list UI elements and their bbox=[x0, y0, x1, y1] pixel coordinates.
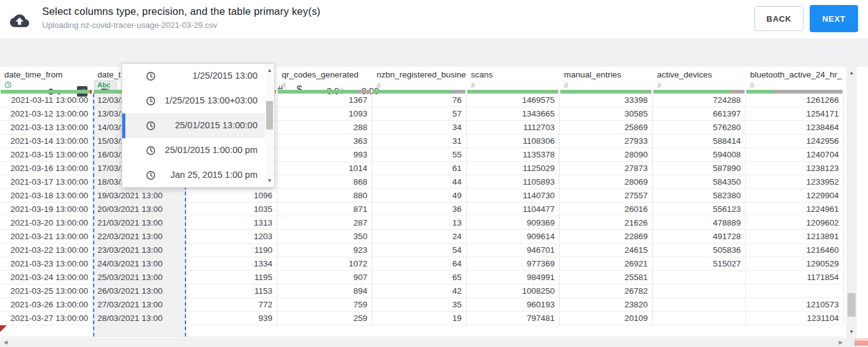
back-button[interactable]: BACK bbox=[754, 6, 803, 31]
table-cell[interactable]: 65 bbox=[372, 271, 467, 284]
horizontal-scrollbar[interactable]: ◀ ▶ bbox=[0, 338, 868, 347]
table-cell[interactable]: 34 bbox=[372, 121, 467, 134]
table-cell[interactable]: 2021-03-27 13:00:00 bbox=[0, 312, 93, 325]
table-cell[interactable]: 1190 bbox=[186, 244, 277, 257]
table-cell[interactable]: 1195 bbox=[186, 271, 277, 284]
table-cell[interactable]: 977369 bbox=[467, 257, 560, 271]
table-cell[interactable]: 2021-03-23 13:00:00 bbox=[0, 257, 93, 271]
table-cell[interactable]: 2021-03-13 13:00:00 bbox=[0, 121, 93, 134]
table-cell[interactable]: 1469575 bbox=[467, 94, 560, 107]
table-cell[interactable]: 21/03/2021 13:00 bbox=[93, 216, 186, 230]
table-cell[interactable]: 287 bbox=[277, 216, 372, 230]
table-cell[interactable]: 724288 bbox=[653, 94, 746, 107]
scroll-down-icon[interactable]: ▼ bbox=[846, 329, 857, 335]
table-cell[interactable]: 1096 bbox=[186, 189, 277, 203]
table-cell[interactable]: 1209602 bbox=[746, 216, 844, 230]
table-cell[interactable]: 661397 bbox=[653, 107, 746, 121]
table-cell[interactable]: 1171854 bbox=[746, 271, 844, 284]
table-cell[interactable]: 28069 bbox=[560, 175, 653, 189]
table-cell[interactable]: 1229904 bbox=[746, 189, 844, 203]
table-cell[interactable]: 1210573 bbox=[746, 298, 844, 312]
table-cell[interactable]: 2021-03-14 13:00:00 bbox=[0, 134, 93, 148]
table-cell[interactable]: 2021-03-25 13:00:00 bbox=[0, 284, 93, 298]
scroll-up-icon[interactable]: ▲ bbox=[846, 70, 857, 76]
table-cell[interactable]: 556123 bbox=[653, 203, 746, 216]
table-cell[interactable]: 1334 bbox=[186, 257, 277, 271]
table-cell[interactable]: 363 bbox=[277, 134, 372, 148]
table-cell[interactable]: 1135378 bbox=[467, 148, 560, 162]
table-cell[interactable]: 350 bbox=[277, 230, 372, 244]
table-cell[interactable]: 1104477 bbox=[467, 203, 560, 216]
table-cell[interactable]: 26016 bbox=[560, 203, 653, 216]
column-header-nzbn_registered_busine[interactable]: nzbn_registered_busine# bbox=[372, 67, 467, 94]
table-cell[interactable]: 25869 bbox=[560, 121, 653, 134]
table-cell[interactable]: 22869 bbox=[560, 230, 653, 244]
column-header-active_devices[interactable]: active_devices# bbox=[653, 67, 746, 94]
table-cell[interactable]: 1014 bbox=[277, 162, 372, 175]
table-cell[interactable]: 19 bbox=[372, 312, 467, 325]
table-cell[interactable]: 2021-03-26 13:00:00 bbox=[0, 298, 93, 312]
table-cell[interactable]: 1216460 bbox=[746, 244, 844, 257]
table-cell[interactable]: 505836 bbox=[653, 244, 746, 257]
table-cell[interactable]: 30585 bbox=[560, 107, 653, 121]
table-cell[interactable]: 588414 bbox=[653, 134, 746, 148]
table-cell[interactable]: 1254171 bbox=[746, 107, 844, 121]
table-cell[interactable]: 21626 bbox=[560, 216, 653, 230]
table-cell[interactable]: 24615 bbox=[560, 244, 653, 257]
table-cell[interactable]: 28/03/2021 13:00 bbox=[93, 312, 186, 325]
scroll-left-icon[interactable]: ◀ bbox=[4, 340, 7, 345]
table-cell[interactable]: 1112703 bbox=[467, 121, 560, 134]
table-cell[interactable]: 939 bbox=[186, 312, 277, 325]
format-option[interactable]: 25/01/2015 1:00:00 pm bbox=[122, 138, 274, 163]
table-cell[interactable]: 946701 bbox=[467, 244, 560, 257]
table-cell[interactable]: 478889 bbox=[653, 216, 746, 230]
table-cell[interactable] bbox=[653, 271, 746, 284]
table-cell[interactable]: 2021-03-21 13:00:00 bbox=[0, 230, 93, 244]
table-cell[interactable]: 1240704 bbox=[746, 148, 844, 162]
table-cell[interactable]: 1238123 bbox=[746, 162, 844, 175]
table-cell[interactable]: 2021-03-15 13:00:00 bbox=[0, 148, 93, 162]
table-cell[interactable]: 491728 bbox=[653, 230, 746, 244]
table-cell[interactable]: 26/03/2021 13:00 bbox=[93, 284, 186, 298]
table-cell[interactable]: 27873 bbox=[560, 162, 653, 175]
table-cell[interactable]: 907 bbox=[277, 271, 372, 284]
table-cell[interactable]: 584350 bbox=[653, 175, 746, 189]
column-header-bluetooth_active_24_hr_[interactable]: bluetooth_active_24_hr_# bbox=[746, 67, 844, 94]
scroll-up-icon[interactable]: ▲ bbox=[265, 68, 274, 73]
table-cell[interactable]: 880 bbox=[277, 189, 372, 203]
table-cell[interactable]: 22/03/2021 13:00 bbox=[93, 230, 186, 244]
table-cell[interactable]: 2021-03-12 13:00:00 bbox=[0, 107, 93, 121]
table-cell[interactable]: 1213891 bbox=[746, 230, 844, 244]
table-cell[interactable]: 23820 bbox=[560, 298, 653, 312]
table-cell[interactable]: 1035 bbox=[186, 203, 277, 216]
table-cell[interactable]: 772 bbox=[186, 298, 277, 312]
table-cell[interactable]: 894 bbox=[277, 284, 372, 298]
table-cell[interactable]: 1140730 bbox=[467, 189, 560, 203]
table-cell[interactable]: 20/03/2021 13:00 bbox=[93, 203, 186, 216]
table-cell[interactable]: 2021-03-24 13:00:00 bbox=[0, 271, 93, 284]
vertical-scrollbar[interactable]: ▲ ▼ bbox=[846, 67, 857, 338]
table-cell[interactable]: 871 bbox=[277, 203, 372, 216]
table-cell[interactable]: 288 bbox=[277, 121, 372, 134]
table-cell[interactable]: 61 bbox=[372, 162, 467, 175]
table-cell[interactable]: 759 bbox=[277, 298, 372, 312]
table-cell[interactable]: 2021-03-11 13:00:00 bbox=[0, 94, 93, 107]
table-cell[interactable]: 27933 bbox=[560, 134, 653, 148]
table-cell[interactable] bbox=[653, 312, 746, 325]
format-option[interactable]: Jan 25, 2015 1:00 pm bbox=[122, 163, 274, 188]
next-button[interactable]: NEXT bbox=[810, 5, 858, 32]
table-cell[interactable]: 2021-03-18 13:00:00 bbox=[0, 189, 93, 203]
table-cell[interactable]: 1008250 bbox=[467, 284, 560, 298]
table-cell[interactable]: 27/03/2021 13:00 bbox=[93, 298, 186, 312]
format-option[interactable]: 1/25/2015 13:00 bbox=[122, 64, 274, 89]
table-cell[interactable]: 1203 bbox=[186, 230, 277, 244]
table-cell[interactable]: 1233952 bbox=[746, 175, 844, 189]
table-cell[interactable]: 1290529 bbox=[746, 257, 844, 271]
table-cell[interactable]: 797481 bbox=[467, 312, 560, 325]
table-cell[interactable]: 1108306 bbox=[467, 134, 560, 148]
table-cell[interactable]: 2021-03-16 13:00:00 bbox=[0, 162, 93, 175]
table-cell[interactable]: 1093 bbox=[277, 107, 372, 121]
table-cell[interactable]: 42 bbox=[372, 284, 467, 298]
table-cell[interactable]: 76 bbox=[372, 94, 467, 107]
table-cell[interactable]: 44 bbox=[372, 175, 467, 189]
